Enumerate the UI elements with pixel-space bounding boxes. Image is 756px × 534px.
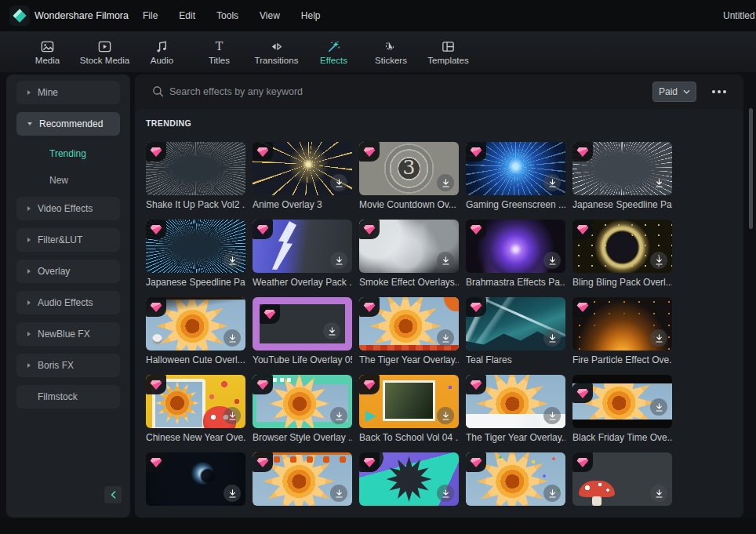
tab-stickers[interactable]: Stickers [362,31,420,72]
effect-card-flower-dots-overlay[interactable] [253,452,352,518]
effect-thumbnail[interactable] [572,375,672,428]
download-icon[interactable] [437,329,454,347]
menu-item-file[interactable]: File [143,10,158,21]
effect-card-browser-style-overlay[interactable]: Browser Style Overlay ... [253,375,352,445]
effect-thumbnail[interactable] [146,142,245,195]
menu-item-view[interactable]: View [260,10,280,21]
sidebar-item-newblue-fx[interactable]: NewBlue FX [16,322,120,346]
effect-thumbnail[interactable] [466,142,565,195]
sidebar-item-boris-fx[interactable]: Boris FX [16,354,120,377]
effect-thumbnail[interactable] [253,452,352,506]
download-icon[interactable] [543,329,561,347]
download-icon[interactable] [330,485,347,502]
tab-stock-media[interactable]: Stock Media [76,31,133,72]
effect-thumbnail[interactable] [146,375,245,428]
effect-card-smoke-effect-overlays[interactable]: Smoke Effect Overlays... [359,220,459,289]
effect-thumbnail[interactable] [253,220,352,273]
effect-card-shake-it-up-pack-vol2[interactable]: Shake It Up Pack Vol2 ... [146,142,245,212]
effect-card-weather-overlay-pack[interactable]: Weather Overlay Pack ... [253,220,352,289]
effect-card-youtube-life-overlay-05[interactable]: YouTube Life Overlay 05 [253,297,352,367]
download-icon[interactable] [437,485,454,502]
download-icon[interactable] [224,485,241,502]
effect-thumbnail[interactable] [466,220,565,273]
collapse-sidebar-button[interactable] [104,486,122,503]
paid-filter-dropdown[interactable]: Paid [652,82,696,102]
download-icon[interactable] [543,174,561,191]
download-icon[interactable] [323,322,340,340]
effect-card-black-friday-time-overlay[interactable]: Black Friday Time Ove... [572,375,672,445]
effect-card-mushroom-overlay[interactable] [572,452,672,518]
effect-card-japanese-speedline-pack-blue[interactable]: Japanese Speedline Pa... [146,220,245,289]
effect-thumbnail[interactable] [359,375,459,428]
tab-audio[interactable]: Audio [133,31,191,72]
download-icon[interactable] [650,398,667,416]
effect-thumbnail[interactable] [359,220,459,273]
effect-thumbnail[interactable] [359,297,459,351]
menu-item-help[interactable]: Help [301,10,321,21]
download-icon[interactable] [330,252,347,269]
effect-thumbnail[interactable] [466,297,565,351]
effect-card-flower-confetti-overlay[interactable] [466,452,565,518]
effect-thumbnail[interactable] [146,452,245,506]
effect-thumbnail[interactable] [253,297,352,351]
search-input[interactable] [169,81,609,103]
effect-card-the-tiger-year-overlay-2[interactable]: The Tiger Year Overlay... [466,375,565,445]
sidebar-item-filmstock[interactable]: Filmstock [16,385,120,409]
download-icon[interactable] [543,407,561,424]
download-icon[interactable] [437,407,454,424]
effect-card-japanese-speedline-pack[interactable]: Japanese Speedline Pa... [572,142,672,212]
effect-thumbnail[interactable] [466,375,565,428]
download-icon[interactable] [330,174,347,191]
download-icon[interactable] [330,407,347,424]
download-icon[interactable] [437,174,454,191]
effect-thumbnail[interactable] [572,220,672,273]
effect-thumbnail[interactable] [572,452,672,506]
effect-thumbnail[interactable]: 3 [359,142,459,195]
sidebar-item-video-effects[interactable]: Video Effects [16,197,120,220]
download-icon[interactable] [543,252,561,269]
download-icon[interactable] [650,329,667,347]
effect-card-halloween-cute-overlay[interactable]: Halloween Cute Overl... [146,297,245,367]
effect-card-back-to-school-vol-04[interactable]: Back To School Vol 04 ... [359,375,459,445]
effect-card-chinese-new-year-overlay[interactable]: Chinese New Year Ove... [146,375,245,445]
tab-titles[interactable]: TTitles [191,31,248,72]
download-icon[interactable] [543,485,561,502]
download-icon[interactable] [224,252,241,269]
tab-templates[interactable]: Templates [420,31,477,72]
effect-card-anime-overlay-3[interactable]: Anime Overlay 3 [253,142,352,212]
sidebar-item-mine[interactable]: Mine [16,81,120,104]
sidebar-item-audio-effects[interactable]: Audio Effects [16,291,120,314]
download-icon[interactable] [224,407,241,424]
download-icon[interactable] [437,252,454,269]
effect-card-moon-space-overlay[interactable] [146,452,245,518]
effect-card-gaming-greenscreen[interactable]: Gaming Greenscreen ... [466,142,565,212]
effect-thumbnail[interactable] [572,142,672,195]
download-icon[interactable] [650,485,667,502]
effect-thumbnail[interactable] [253,375,352,428]
vertical-scrollbar[interactable] [749,108,753,229]
tab-media[interactable]: Media [19,31,76,72]
effect-card-abstract-shapes-overlay[interactable] [359,452,459,518]
effect-thumbnail[interactable] [253,142,352,195]
menu-item-edit[interactable]: Edit [179,10,195,21]
effect-thumbnail[interactable] [146,220,245,273]
sidebar-item-recommended[interactable]: Recommended [16,112,120,136]
sidebar-item-filter-lut[interactable]: Filter&LUT [16,228,120,252]
effect-card-fire-particle-effect-overlay[interactable]: Fire Particle Effect Ove... [572,297,672,367]
tab-transitions[interactable]: Transitions [248,31,305,72]
effect-card-the-tiger-year-overlay[interactable]: The Tiger Year Overlay... [359,297,459,367]
effect-card-movie-countdown-overlay[interactable]: 3Movie Countdown Ov... [359,142,459,212]
effect-thumbnail[interactable] [359,452,459,506]
effect-card-brahmastra-effects-pack[interactable]: Brahmastra Effects Pa... [466,220,565,289]
effect-thumbnail[interactable] [466,452,565,506]
effect-thumbnail[interactable] [146,297,245,351]
more-options-button[interactable] [709,84,729,100]
effect-thumbnail[interactable] [572,297,672,351]
sidebar-item-overlay[interactable]: Overlay [16,260,120,283]
effect-card-teal-flares[interactable]: Teal Flares [466,297,565,367]
tab-effects[interactable]: Effects [305,31,362,72]
menu-item-tools[interactable]: Tools [216,10,238,21]
download-icon[interactable] [650,174,667,191]
effect-card-bling-bling-pack-overlay[interactable]: Bling Bling Pack Overl... [572,220,672,289]
sidebar-item-new[interactable]: New [16,170,120,191]
